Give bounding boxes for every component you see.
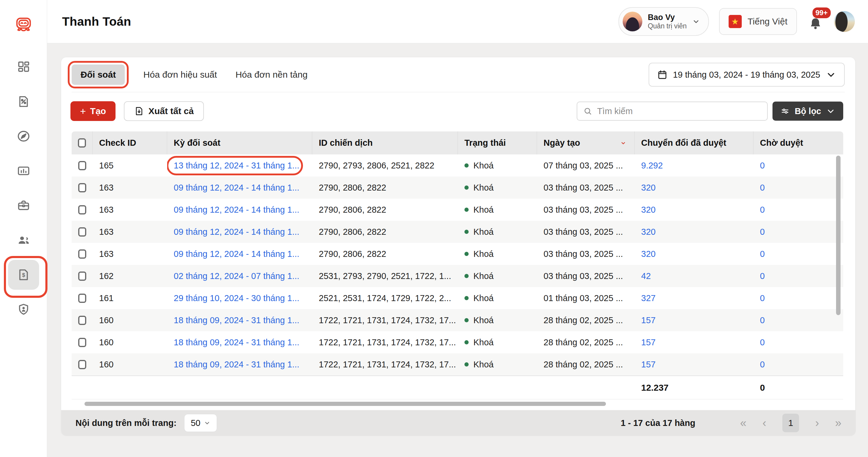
date-range-picker[interactable]: 19 tháng 03, 2024 - 19 tháng 03, 2025 (649, 63, 845, 87)
table-row[interactable]: 162 02 tháng 12, 2024 - 07 tháng 1... 25… (72, 265, 843, 287)
toolbar: + Tạo Xuất tất cả (70, 101, 843, 121)
reconciliation-period-link[interactable]: 09 tháng 12, 2024 - 14 tháng 1... (174, 183, 299, 193)
table-row[interactable]: 161 29 tháng 10, 2024 - 30 tháng 1... 25… (72, 287, 843, 309)
row-checkbox[interactable] (78, 272, 86, 281)
current-page-button[interactable]: 1 (782, 414, 799, 432)
rows-range-label: 1 - 17 của 17 hàng (621, 418, 695, 428)
per-page-select[interactable]: 50 (184, 414, 217, 432)
user-name: Bao Vy (648, 13, 686, 22)
row-checkbox[interactable] (78, 360, 86, 369)
row-checkbox[interactable] (78, 161, 86, 170)
table-row[interactable]: 163 09 tháng 12, 2024 - 14 tháng 1... 27… (72, 243, 843, 265)
tab-hoa-don-hieu-suat[interactable]: Hóa đơn hiệu suất (143, 69, 217, 80)
table-total-row: 12.237 0 (72, 375, 843, 399)
row-checkbox[interactable] (78, 338, 86, 347)
filter-sliders-icon (780, 106, 790, 116)
reconciliation-period-link[interactable]: 13 tháng 12, 2024 - 31 tháng 1... (174, 161, 299, 171)
approved-conversions-link[interactable]: 320 (641, 227, 655, 237)
table-row[interactable]: 160 18 tháng 09, 2024 - 31 tháng 1... 17… (72, 309, 843, 331)
table-row[interactable]: 163 09 tháng 12, 2024 - 14 tháng 1... 27… (72, 199, 843, 221)
sidebar: $ (0, 0, 47, 457)
approved-conversions-link[interactable]: 320 (641, 205, 655, 215)
column-header-created[interactable]: Ngày tạo (537, 132, 634, 154)
sidebar-item-payments[interactable]: $ (0, 257, 47, 292)
language-selector[interactable]: ★ Tiếng Việt (719, 8, 797, 35)
column-header-approved[interactable]: Chuyển đổi đã duyệt (634, 132, 753, 154)
sidebar-item-dashboard[interactable] (0, 50, 47, 84)
sidebar-item-analytics[interactable] (0, 153, 47, 188)
table-row[interactable]: 163 09 tháng 12, 2024 - 14 tháng 1... 27… (72, 221, 843, 243)
sidebar-item-reports[interactable] (0, 84, 47, 119)
sort-desc-icon[interactable] (620, 140, 626, 146)
pending-approval-link[interactable]: 0 (760, 360, 765, 370)
pending-approval-link[interactable]: 0 (760, 183, 765, 193)
export-all-button[interactable]: Xuất tất cả (124, 101, 204, 121)
app-logo[interactable] (0, 15, 47, 35)
table-row[interactable]: 163 09 tháng 12, 2024 - 14 tháng 1... 27… (72, 176, 843, 199)
status-label: Khoá (473, 161, 494, 171)
approved-conversions-link[interactable]: 9.292 (641, 161, 663, 171)
table-row[interactable]: 160 18 tháng 09, 2024 - 31 tháng 1... 17… (72, 331, 843, 353)
create-button[interactable]: + Tạo (70, 101, 116, 121)
reconciliation-table: Check ID Kỳ đối soát ID chiến dịch Trạng… (72, 132, 843, 399)
notifications-button[interactable]: 99+ (807, 11, 824, 32)
reconciliation-period-link[interactable]: 29 tháng 10, 2024 - 30 tháng 1... (174, 293, 299, 303)
column-header-pending[interactable]: Chờ duyệt (753, 132, 843, 154)
table-row[interactable]: 160 18 tháng 09, 2024 - 31 tháng 1... 17… (72, 353, 843, 375)
approved-conversions-link[interactable]: 320 (641, 249, 655, 259)
sidebar-item-discover[interactable] (0, 119, 47, 153)
reconciliation-period-link[interactable]: 18 tháng 09, 2024 - 31 tháng 1... (174, 338, 299, 347)
approved-conversions-link[interactable]: 42 (641, 271, 651, 281)
pending-approval-link[interactable]: 0 (760, 338, 765, 347)
cell-campaign-ids: 2531, 2793, 2790, 2521, 1722, 1... (312, 265, 458, 287)
pending-approval-link[interactable]: 0 (760, 293, 765, 303)
horizontal-scrollbar[interactable] (85, 402, 606, 406)
column-header-status[interactable]: Trạng thái (458, 132, 537, 154)
select-all-checkbox[interactable] (78, 138, 86, 147)
row-checkbox[interactable] (78, 249, 86, 259)
approved-conversions-link[interactable]: 327 (641, 293, 655, 303)
reconciliation-period-link[interactable]: 09 tháng 12, 2024 - 14 tháng 1... (174, 227, 299, 237)
approved-conversions-link[interactable]: 157 (641, 338, 655, 347)
sidebar-item-members[interactable] (0, 223, 47, 257)
search-input[interactable] (596, 106, 761, 116)
row-checkbox[interactable] (78, 316, 86, 325)
toolbar-left: + Tạo Xuất tất cả (70, 101, 204, 121)
vertical-scrollbar[interactable] (836, 155, 841, 315)
row-checkbox[interactable] (78, 205, 86, 215)
prev-page-button[interactable]: ‹ (763, 417, 767, 429)
pending-approval-link[interactable]: 0 (760, 205, 765, 215)
reconciliation-period-link[interactable]: 18 tháng 09, 2024 - 31 tháng 1... (174, 360, 299, 370)
next-page-button[interactable]: › (815, 417, 819, 429)
reconciliation-period-link[interactable]: 02 tháng 12, 2024 - 07 tháng 1... (174, 271, 299, 281)
reconciliation-period-link[interactable]: 09 tháng 12, 2024 - 14 tháng 1... (174, 205, 299, 215)
pending-approval-link[interactable]: 0 (760, 161, 765, 171)
tab-hoa-don-nen-tang[interactable]: Hóa đơn nền tảng (236, 69, 308, 80)
profile-avatar[interactable] (834, 11, 855, 32)
pending-approval-link[interactable]: 0 (760, 315, 765, 325)
cell-created-date: 03 tháng 03, 2025 ... (537, 199, 634, 221)
table-row[interactable]: 165 13 tháng 12, 2024 - 31 tháng 1... 27… (72, 154, 843, 176)
reconciliation-period-link[interactable]: 09 tháng 12, 2024 - 14 tháng 1... (174, 249, 299, 259)
pending-approval-link[interactable]: 0 (760, 271, 765, 281)
user-menu[interactable]: Bao Vy Quản trị viên (618, 7, 709, 36)
row-checkbox[interactable] (78, 294, 86, 303)
tab-doi-soat[interactable]: Đối soát (72, 64, 125, 85)
column-header-campaign-ids[interactable]: ID chiến dịch (312, 132, 458, 154)
last-page-button[interactable]: » (835, 417, 841, 429)
approved-conversions-link[interactable]: 157 (641, 360, 655, 370)
column-header-period[interactable]: Kỳ đối soát (167, 132, 312, 154)
first-page-button[interactable]: « (740, 417, 746, 429)
pending-approval-link[interactable]: 0 (760, 227, 765, 237)
cell-created-date: 28 tháng 02, 2025 ... (537, 353, 634, 375)
filter-button[interactable]: Bộ lọc (773, 102, 843, 121)
sidebar-item-security[interactable] (0, 292, 47, 327)
row-checkbox[interactable] (78, 183, 86, 192)
sidebar-item-jobs[interactable] (0, 188, 47, 223)
row-checkbox[interactable] (78, 227, 86, 236)
approved-conversions-link[interactable]: 157 (641, 315, 655, 325)
pending-approval-link[interactable]: 0 (760, 249, 765, 259)
column-header-check-id[interactable]: Check ID (93, 132, 167, 154)
approved-conversions-link[interactable]: 320 (641, 183, 655, 193)
reconciliation-period-link[interactable]: 18 tháng 09, 2024 - 31 tháng 1... (174, 315, 299, 325)
